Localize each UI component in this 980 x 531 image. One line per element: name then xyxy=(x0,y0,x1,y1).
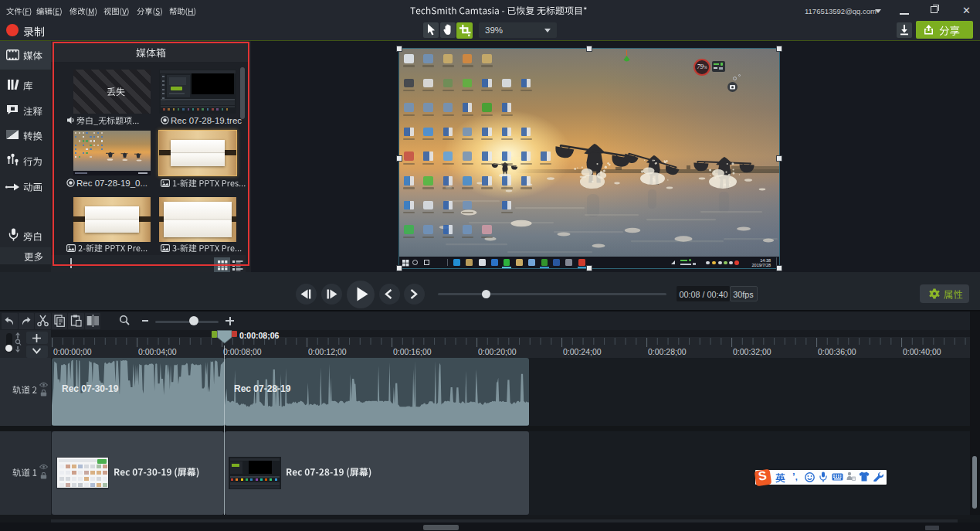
svg-text:a: a xyxy=(12,107,14,111)
